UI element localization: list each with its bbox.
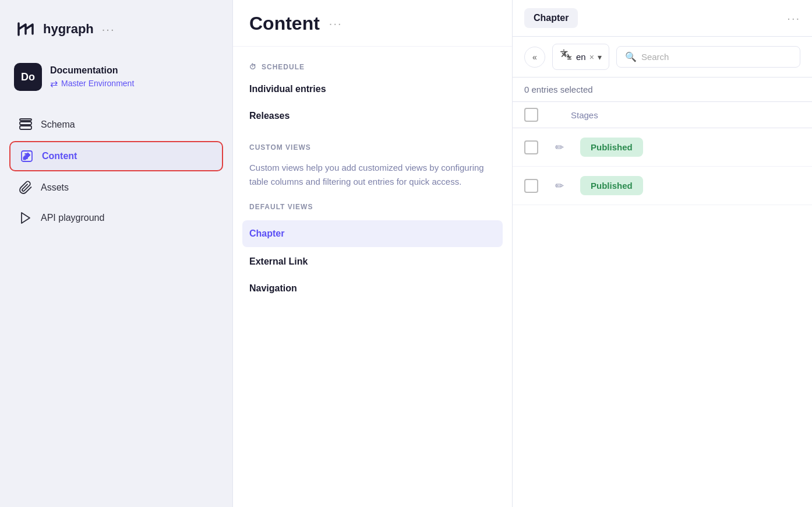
svg-rect-2 bbox=[20, 122, 31, 125]
search-icon: 🔍 bbox=[625, 51, 637, 62]
sidebar-item-schema[interactable]: Schema bbox=[9, 111, 223, 139]
table-row: ✏ Published bbox=[513, 128, 812, 167]
workspace-name: Documentation bbox=[50, 65, 134, 76]
default-view-navigation[interactable]: Navigation bbox=[233, 275, 512, 302]
language-remove-icon[interactable]: × bbox=[589, 52, 594, 62]
row-1-edit-icon[interactable]: ✏ bbox=[548, 141, 571, 154]
api-playground-label: API playground bbox=[41, 213, 104, 223]
custom-views-description: Custom views help you add customized vie… bbox=[233, 156, 512, 198]
svg-rect-1 bbox=[20, 126, 31, 129]
logo-area: hygraph ··· bbox=[0, 12, 232, 55]
table-row: ✏ Published bbox=[513, 167, 812, 205]
environment-label: Master Environment bbox=[61, 79, 134, 88]
chapter-badge[interactable]: Chapter bbox=[524, 8, 578, 28]
content-edit-icon bbox=[20, 149, 34, 163]
sidebar-item-assets[interactable]: Assets bbox=[9, 174, 223, 202]
row-2-status-badge: Published bbox=[580, 176, 643, 195]
middle-title: Content bbox=[249, 13, 320, 34]
row-2-edit-icon[interactable]: ✏ bbox=[548, 179, 571, 192]
toolbar: « en × ▾ 🔍 Search bbox=[513, 37, 812, 78]
svg-marker-5 bbox=[22, 213, 30, 223]
search-box[interactable]: 🔍 Search bbox=[616, 46, 800, 68]
schema-icon bbox=[19, 118, 33, 132]
app-menu-dots[interactable]: ··· bbox=[102, 23, 115, 36]
schema-label: Schema bbox=[41, 119, 75, 130]
custom-views-section-label: CUSTOM VIEWS bbox=[233, 139, 512, 156]
language-code: en bbox=[576, 52, 586, 62]
api-playground-icon bbox=[19, 211, 33, 225]
sidebar: hygraph ··· Do Documentation ⇄ Master En… bbox=[0, 0, 233, 507]
collapse-icon: « bbox=[532, 52, 537, 62]
app-name: hygraph bbox=[43, 22, 94, 37]
right-panel: Chapter ··· « en × ▾ 🔍 Search 0 entrie bbox=[513, 0, 812, 507]
middle-panel: Content ··· ⏱ SCHEDULE Individual entrie… bbox=[233, 0, 513, 507]
translate-icon bbox=[560, 49, 573, 65]
row-2-checkbox[interactable] bbox=[524, 179, 538, 193]
default-views-list: Chapter External Link Navigation bbox=[233, 220, 512, 302]
middle-header: Content ··· bbox=[233, 0, 512, 47]
table-header: Stages bbox=[513, 102, 812, 128]
middle-content: ⏱ SCHEDULE Individual entries Releases C… bbox=[233, 47, 512, 507]
default-views-section-label: DEFAULT VIEWS bbox=[233, 198, 512, 216]
content-menu-dots[interactable]: ··· bbox=[329, 17, 343, 30]
assets-label: Assets bbox=[41, 182, 69, 193]
chapter-menu-dots[interactable]: ··· bbox=[787, 12, 800, 25]
row-1-checkbox[interactable] bbox=[524, 140, 538, 154]
row-1-status-badge: Published bbox=[580, 138, 643, 157]
entries-selected-bar: 0 entries selected bbox=[513, 78, 812, 102]
individual-entries-item[interactable]: Individual entries bbox=[233, 76, 512, 103]
workspace-avatar[interactable]: Do bbox=[14, 63, 42, 91]
language-selector[interactable]: en × ▾ bbox=[552, 44, 609, 70]
sidebar-item-content[interactable]: Content bbox=[9, 141, 223, 171]
hygraph-logo-icon bbox=[14, 17, 37, 41]
search-placeholder-text: Search bbox=[641, 52, 669, 62]
schedule-icon: ⏱ bbox=[249, 63, 257, 71]
workspace-info: Documentation ⇄ Master Environment bbox=[50, 65, 134, 89]
workspace-environment[interactable]: ⇄ Master Environment bbox=[50, 78, 134, 89]
releases-item[interactable]: Releases bbox=[233, 103, 512, 129]
workspace-card: Do Documentation ⇄ Master Environment bbox=[0, 55, 232, 105]
default-view-chapter[interactable]: Chapter bbox=[242, 220, 503, 247]
right-header: Chapter ··· bbox=[513, 0, 812, 37]
environment-icon: ⇄ bbox=[50, 78, 58, 89]
svg-rect-3 bbox=[20, 119, 31, 121]
assets-icon bbox=[19, 181, 33, 195]
content-label: Content bbox=[42, 151, 77, 161]
nav-items: Schema Content Assets bbox=[0, 105, 232, 238]
stages-header: Stages bbox=[571, 110, 598, 120]
default-view-external-link[interactable]: External Link bbox=[233, 248, 512, 275]
sidebar-item-api-playground[interactable]: API playground bbox=[9, 204, 223, 232]
select-all-checkbox[interactable] bbox=[524, 108, 538, 122]
collapse-button[interactable]: « bbox=[524, 47, 545, 68]
language-dropdown-icon[interactable]: ▾ bbox=[598, 52, 602, 62]
schedule-section-label: ⏱ SCHEDULE bbox=[233, 58, 512, 76]
